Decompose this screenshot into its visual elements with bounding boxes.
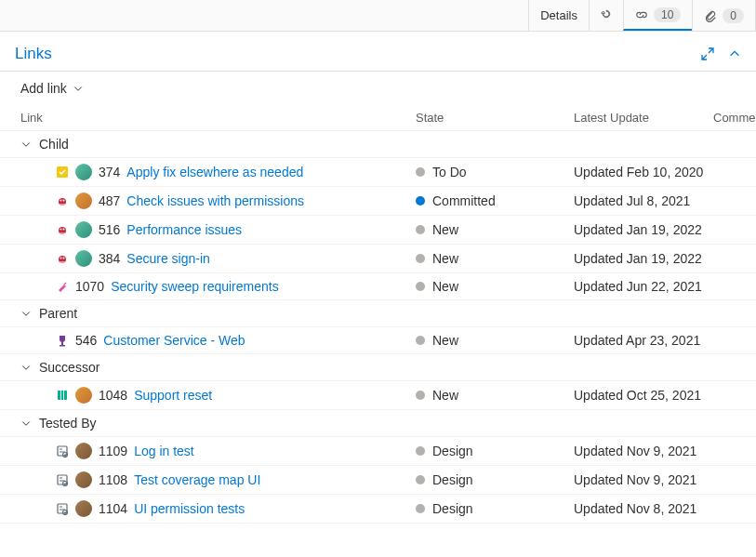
table-row[interactable]: 1104UI permission testsDesignUpdated Nov… [0, 495, 756, 524]
state-label: New [432, 279, 458, 294]
work-item-title-link[interactable]: Test coverage map UI [134, 472, 260, 487]
state-dot-icon [416, 254, 425, 263]
work-item-title-link[interactable]: Support reset [134, 388, 212, 403]
latest-update: Updated Apr 23, 2021 [574, 333, 713, 348]
group-name: Child [39, 137, 69, 152]
state-dot-icon [416, 504, 425, 513]
links-section-header: Links [0, 32, 756, 72]
latest-update: Updated Nov 9, 2021 [574, 472, 713, 487]
state-dot-icon [416, 336, 425, 345]
state-label: Design [432, 501, 473, 516]
state-dot-icon [416, 225, 425, 234]
table-row[interactable]: 546Customer Service - WebNewUpdated Apr … [0, 327, 756, 354]
book-icon [56, 389, 69, 402]
group-header[interactable]: Tested By [0, 410, 756, 437]
state-dot-icon [416, 196, 425, 206]
section-title: Links [15, 45, 52, 63]
state-dot-icon [416, 282, 425, 291]
table-header: Link State Latest Update Comments [0, 105, 756, 131]
col-header-comments: Comments [713, 111, 756, 125]
broom-icon [56, 280, 69, 293]
group-header[interactable]: Successor [0, 354, 756, 381]
avatar [75, 471, 92, 488]
chevron-down-icon [20, 418, 32, 429]
state-label: New [432, 251, 458, 266]
tab-details[interactable]: Details [528, 0, 589, 31]
col-header-update: Latest Update [574, 111, 713, 125]
group-name: Tested By [39, 416, 96, 431]
group-header[interactable]: Child [0, 131, 756, 158]
work-item-title-link[interactable]: Log in test [134, 444, 194, 458]
table-row[interactable]: 1048Support resetNewUpdated Oct 25, 2021 [0, 381, 756, 410]
bug-icon [56, 223, 69, 236]
col-header-link: Link [20, 111, 416, 125]
work-item-id: 384 [99, 251, 120, 266]
state-label: New [432, 333, 458, 348]
state-label: Design [432, 472, 473, 487]
work-item-title-link[interactable]: Security sweep requirements [111, 279, 279, 294]
avatar [75, 221, 92, 238]
work-item-title-link[interactable]: Apply fix elsewhere as needed [126, 165, 303, 179]
chevron-down-icon [73, 83, 84, 94]
col-header-state: State [416, 111, 574, 125]
trophy-icon [56, 334, 69, 347]
table-row[interactable]: 1070Security sweep requirementsNewUpdate… [0, 273, 756, 300]
work-item-id: 487 [99, 193, 120, 208]
state-label: New [432, 222, 458, 237]
chevron-down-icon [20, 362, 32, 373]
state-dot-icon [416, 446, 425, 456]
avatar [75, 443, 92, 459]
work-item-title-link[interactable]: Performance issues [126, 222, 242, 237]
table-row[interactable]: 384Secure sign-inNewUpdated Jan 19, 2022 [0, 245, 756, 273]
bug-icon [56, 252, 69, 265]
table-row[interactable]: 487Check issues with permissionsCommitte… [0, 187, 756, 216]
work-item-id: 1070 [75, 279, 104, 294]
chevron-down-icon [20, 139, 32, 150]
tab-attachments[interactable]: 0 [692, 0, 756, 31]
bug-icon [56, 194, 69, 207]
table-row[interactable]: 1109Log in testDesignUpdated Nov 9, 2021 [0, 437, 756, 466]
history-icon [601, 8, 612, 22]
top-tab-bar: Details 10 0 [0, 0, 756, 32]
latest-update: Updated Jan 19, 2022 [574, 251, 713, 266]
table-row[interactable]: 374Apply fix elsewhere as neededTo DoUpd… [0, 158, 756, 187]
work-item-title-link[interactable]: UI permission tests [134, 501, 245, 516]
avatar [75, 164, 92, 180]
tab-links[interactable]: 10 [623, 0, 692, 31]
tab-history[interactable] [589, 0, 623, 31]
tab-details-label: Details [540, 8, 577, 22]
latest-update: Updated Oct 25, 2021 [574, 388, 713, 403]
state-dot-icon [416, 391, 425, 400]
work-item-id: 1048 [99, 388, 127, 403]
link-icon [635, 8, 648, 21]
collapse-icon[interactable] [728, 47, 741, 60]
state-label: New [432, 388, 458, 403]
expand-icon[interactable] [700, 46, 715, 61]
links-table-body: Child374Apply fix elsewhere as neededTo … [0, 131, 756, 524]
chevron-down-icon [20, 308, 32, 319]
test-icon [56, 502, 69, 515]
avatar [75, 500, 92, 517]
state-label: Committed [432, 193, 496, 208]
latest-update: Updated Jun 22, 2021 [574, 279, 713, 294]
latest-update: Updated Nov 9, 2021 [574, 444, 713, 458]
work-item-title-link[interactable]: Customer Service - Web [103, 333, 245, 348]
table-row[interactable]: 1108Test coverage map UIDesignUpdated No… [0, 466, 756, 495]
work-item-title-link[interactable]: Check issues with permissions [126, 193, 304, 208]
work-item-title-link[interactable]: Secure sign-in [126, 251, 210, 266]
group-name: Successor [39, 360, 99, 375]
test-icon [56, 473, 69, 486]
attachment-icon [704, 9, 717, 22]
latest-update: Updated Jul 8, 2021 [574, 193, 713, 208]
add-link-label: Add link [20, 81, 67, 96]
work-item-id: 374 [99, 165, 120, 179]
group-name: Parent [39, 306, 77, 321]
add-link-button[interactable]: Add link [0, 72, 756, 105]
table-row[interactable]: 516Performance issuesNewUpdated Jan 19, … [0, 216, 756, 245]
work-item-id: 516 [99, 222, 120, 237]
latest-update: Updated Nov 8, 2021 [574, 501, 713, 516]
avatar [75, 192, 92, 209]
group-header[interactable]: Parent [0, 300, 756, 327]
state-dot-icon [416, 475, 425, 484]
work-item-id: 1104 [99, 501, 127, 516]
